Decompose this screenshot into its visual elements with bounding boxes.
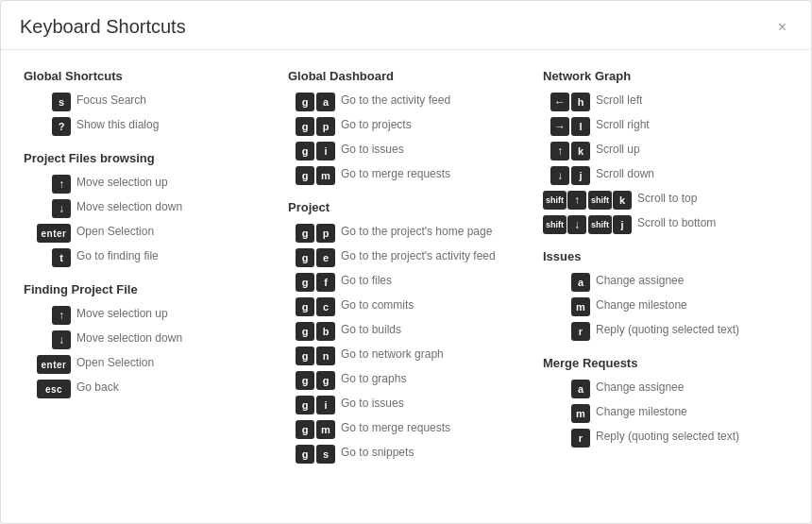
shortcut-desc: Scroll left	[596, 93, 642, 109]
shortcut-desc: Scroll up	[596, 142, 640, 158]
key-g: g	[296, 297, 314, 316]
shortcut-desc: Go to snippets	[341, 445, 414, 461]
shortcut-desc: Go back	[76, 380, 119, 396]
shortcut-row: ggGo to graphs	[288, 371, 524, 390]
key-enter: enter	[37, 224, 71, 243]
key-enter: enter	[37, 355, 71, 374]
key-s: s	[52, 93, 71, 111]
shortcut-desc: Go to network graph	[341, 347, 444, 363]
section-title: Global Dashboard	[288, 69, 524, 83]
key-g: g	[296, 93, 314, 111]
shortcut-row: mChange milestone	[543, 297, 779, 316]
shortcut-desc: Move selection up	[76, 306, 168, 322]
shortcut-row: shift↑shiftkScroll to top	[543, 191, 779, 210]
shortcut-desc: Go to finding file	[76, 248, 159, 264]
key-g: g	[296, 347, 314, 365]
shortcut-desc: Show this dialog	[76, 117, 159, 133]
shortcut-desc: Go to files	[341, 273, 392, 289]
dialog-body: Global ShortcutssFocus Search?Show this …	[1, 50, 811, 488]
key-n: n	[316, 347, 335, 365]
key-g: g	[296, 396, 314, 414]
key-m: m	[316, 166, 335, 185]
shortcut-row: sFocus Search	[24, 93, 269, 111]
key-?: ?	[52, 117, 71, 136]
key-g: g	[316, 371, 335, 390]
key-g: g	[296, 224, 314, 243]
shortcut-row: rReply (quoting selected text)	[543, 322, 779, 341]
shortcut-desc: Scroll to top	[637, 191, 697, 207]
shortcut-desc: Go to graphs	[341, 371, 406, 387]
key-↑: ↑	[52, 306, 71, 325]
shortcut-row: gnGo to network graph	[288, 347, 524, 365]
shortcut-desc: Go to issues	[341, 142, 404, 158]
shortcut-row: gmGo to merge requests	[288, 420, 524, 439]
shortcut-desc: Go to the activity feed	[341, 93, 450, 109]
key-t: t	[52, 248, 71, 267]
shortcut-desc: Focus Search	[76, 93, 146, 109]
close-button[interactable]: ×	[772, 18, 792, 37]
key-e: e	[316, 248, 335, 267]
shortcut-row: gmGo to merge requests	[288, 166, 524, 185]
key-m: m	[571, 404, 590, 423]
shortcut-desc: Move selection down	[76, 330, 182, 347]
shortcut-desc: Go to builds	[341, 322, 401, 338]
shortcut-row: ?Show this dialog	[24, 117, 269, 136]
shortcut-row: gbGo to builds	[288, 322, 524, 341]
key-r: r	[571, 429, 590, 448]
shortcut-row: gcGo to commits	[288, 297, 524, 316]
shortcut-row: shift↓shiftjScroll to bottom	[543, 215, 779, 234]
shortcut-row: rReply (quoting selected text)	[543, 429, 779, 448]
shortcut-desc: Scroll down	[596, 166, 654, 182]
key-g: g	[296, 166, 314, 185]
key-g: g	[296, 142, 314, 161]
shortcut-row: ↓jScroll down	[543, 166, 779, 185]
shortcut-row: →lScroll right	[543, 117, 779, 136]
key-↓: ↓	[52, 330, 71, 349]
shortcut-row: tGo to finding file	[24, 248, 269, 267]
shortcut-desc: Scroll right	[596, 117, 650, 133]
shortcut-row: geGo to the project's activity feed	[288, 248, 524, 267]
shortcut-row: ↑Move selection up	[24, 175, 269, 194]
shortcut-desc: Change assignee	[596, 380, 684, 396]
shortcut-desc: Go to merge requests	[341, 420, 450, 436]
column-0: Global ShortcutssFocus Search?Show this …	[24, 69, 279, 469]
shortcut-row: ↓Move selection down	[24, 330, 269, 349]
shortcut-row: aChange assignee	[543, 273, 779, 292]
shortcut-row: ↑kScroll up	[543, 142, 779, 161]
shortcut-desc: Open Selection	[76, 355, 154, 371]
shortcut-desc: Go to the project's home page	[341, 224, 492, 240]
key-i: i	[316, 142, 335, 161]
dialog-header: Keyboard Shortcuts ×	[1, 1, 811, 50]
section-title: Project	[288, 200, 524, 214]
column-2: Network Graph←hScroll left→lScroll right…	[533, 69, 788, 469]
column-1: Global DashboardgaGo to the activity fee…	[279, 69, 533, 469]
key-a: a	[571, 273, 590, 292]
shortcut-row: giGo to issues	[288, 142, 524, 161]
key-m: m	[571, 297, 590, 316]
key-m: m	[316, 420, 335, 439]
key-s: s	[316, 445, 335, 464]
key-g: g	[296, 420, 314, 439]
key-r: r	[571, 322, 590, 341]
section-title: Global Shortcuts	[24, 69, 269, 83]
key-p: p	[316, 224, 335, 243]
shortcut-desc: Change assignee	[596, 273, 684, 289]
shortcut-row: gpGo to projects	[288, 117, 524, 136]
shortcut-row: gfGo to files	[288, 273, 524, 292]
shortcut-desc: Go to merge requests	[341, 166, 450, 182]
key-esc: esc	[37, 380, 71, 398]
keyboard-shortcuts-dialog: Keyboard Shortcuts × Global ShortcutssFo…	[0, 0, 812, 524]
shortcut-row: ↓Move selection down	[24, 199, 269, 218]
key-g: g	[296, 445, 314, 464]
shortcut-desc: Change milestone	[596, 297, 687, 313]
key-↓: ↓	[52, 199, 71, 218]
shortcut-desc: Move selection down	[76, 199, 182, 215]
key-p: p	[316, 117, 335, 136]
shortcut-desc: Go to commits	[341, 297, 414, 313]
key-i: i	[316, 396, 335, 414]
shortcut-row: enterOpen Selection	[24, 224, 269, 243]
shortcut-desc: Change milestone	[596, 404, 687, 420]
shortcut-desc: Reply (quoting selected text)	[596, 429, 739, 445]
section-title: Issues	[543, 249, 779, 263]
key-g: g	[296, 273, 314, 292]
